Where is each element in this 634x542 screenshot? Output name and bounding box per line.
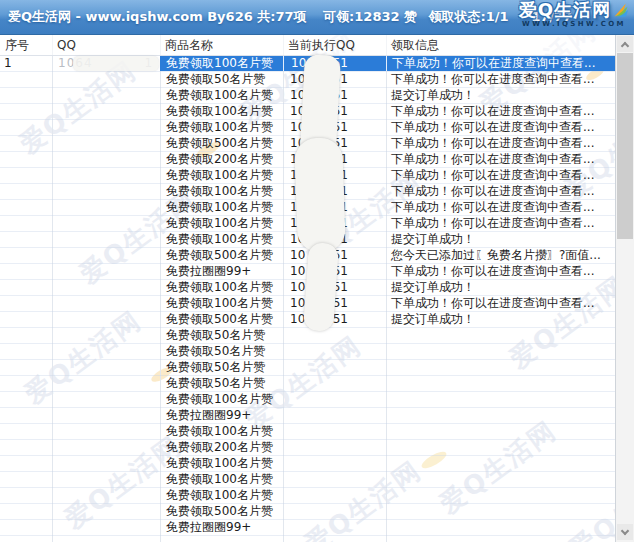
cell-product: 免费领取100名片赞: [160, 216, 283, 231]
table-header: 序号 QQ 商品名称 当前执行QQ 领取信息: [0, 35, 615, 56]
cell-product: 免费领取50名片赞: [160, 376, 283, 391]
cell-index: 1: [0, 56, 52, 71]
header-qq[interactable]: QQ: [52, 35, 160, 56]
cell-qq: [52, 88, 160, 103]
cell-claim-info: 下单成功！你可以在进度查询中查看...: [386, 136, 615, 151]
table-row[interactable]: 免费领取100名片赞: [0, 392, 615, 408]
cell-qq: [52, 520, 160, 535]
cell-claim-info: 下单成功！你可以在进度查询中查看...: [386, 184, 615, 199]
cell-claim-info: 提交订单成功！: [386, 312, 615, 327]
table-row[interactable]: 免费领取100名片赞: [0, 424, 615, 440]
cell-claim-info: [386, 520, 615, 535]
cell-exec-qq: [283, 456, 386, 471]
cell-exec-qq: [283, 440, 386, 455]
cell-qq: [52, 312, 160, 327]
cell-index: [0, 120, 52, 135]
cell-qq: [52, 376, 160, 391]
cell-qq: [52, 424, 160, 439]
feather-icon: [613, 2, 629, 18]
cell-index: [0, 312, 52, 327]
scroll-down-button[interactable]: [617, 524, 633, 540]
cell-product: 免费拉圈圈99+: [160, 520, 283, 535]
exec-qq-left: 10: [290, 264, 305, 279]
cell-qq: [52, 104, 160, 119]
cell-qq: [52, 136, 160, 151]
cell-index: [0, 376, 52, 391]
cell-qq: [52, 344, 160, 359]
cell-exec-qq: [283, 520, 386, 535]
cell-qq: [52, 456, 160, 471]
table-row[interactable]: 免费领取100名片赞: [0, 488, 615, 504]
cell-product: 免费领取100名片赞: [160, 488, 283, 503]
cell-product: 免费领取50名片赞: [160, 344, 283, 359]
cell-exec-qq: [283, 488, 386, 503]
cell-index: [0, 424, 52, 439]
cell-index: [0, 296, 52, 311]
cell-product: 免费领取100名片赞: [160, 104, 283, 119]
title-text: 爱Q生活网 - www.iqshw.com By626 共:77项 可领:128…: [0, 8, 572, 26]
exec-qq-right: 51: [333, 312, 348, 327]
cell-qq: [52, 296, 160, 311]
censor-smudge: [294, 137, 346, 253]
table-row[interactable]: 免费拉圈圈99+: [0, 408, 615, 424]
cell-product: 免费领取100名片赞: [160, 120, 283, 135]
cell-claim-info: [386, 344, 615, 359]
cell-exec-qq: [283, 408, 386, 423]
table-row[interactable]: 免费领取200名片赞: [0, 440, 615, 456]
cell-exec-qq: [283, 328, 386, 343]
table-row[interactable]: 免费领取500名片赞: [0, 504, 615, 520]
cell-qq: [52, 200, 160, 215]
cell-qq: [52, 248, 160, 263]
cell-index: [0, 184, 52, 199]
cell-product: 免费领取50名片赞: [160, 328, 283, 343]
vertical-scrollbar[interactable]: [615, 35, 634, 542]
cell-qq: [52, 488, 160, 503]
cell-index: [0, 136, 52, 151]
table-row[interactable]: 免费领取50名片赞: [0, 376, 615, 392]
header-exec-qq[interactable]: 当前执行QQ: [283, 35, 386, 56]
cell-qq: [52, 328, 160, 343]
cell-product: 免费领取100名片赞: [160, 168, 283, 183]
available-count: 可领:12832 赞: [323, 9, 417, 24]
header-product[interactable]: 商品名称: [160, 35, 283, 56]
cell-claim-info: [386, 440, 615, 455]
scroll-up-button[interactable]: [617, 36, 633, 52]
cell-index: [0, 216, 52, 231]
table-row[interactable]: 免费拉圈圈99+: [0, 520, 615, 536]
table-row[interactable]: 免费领取50名片赞: [0, 360, 615, 376]
cell-index: [0, 88, 52, 103]
cell-product: 免费领取100名片赞: [160, 472, 283, 487]
scrollbar-thumb[interactable]: [617, 53, 633, 239]
table-row[interactable]: 免费领取100名片赞: [0, 456, 615, 472]
cell-index: [0, 488, 52, 503]
cell-index: [0, 360, 52, 375]
table-row[interactable]: 免费领取50名片赞: [0, 328, 615, 344]
cell-index: [0, 440, 52, 455]
cell-claim-info: 下单成功！你可以在进度查询中查看...: [386, 72, 615, 87]
table-row[interactable]: 免费领取50名片赞: [0, 344, 615, 360]
cell-product: 免费领取100名片赞: [160, 88, 283, 103]
cell-qq: [52, 232, 160, 247]
header-index[interactable]: 序号: [0, 35, 52, 56]
cell-index: [0, 232, 52, 247]
cell-index: [0, 152, 52, 167]
cell-claim-info: [386, 328, 615, 343]
cell-claim-info: [386, 408, 615, 423]
cell-claim-info: [386, 472, 615, 487]
cell-product: 免费领取200名片赞: [160, 152, 283, 167]
cell-index: [0, 168, 52, 183]
table-row[interactable]: 免费领取100名片赞: [0, 472, 615, 488]
header-info[interactable]: 领取信息: [386, 35, 615, 56]
cell-index: [0, 520, 52, 535]
cell-qq: [52, 168, 160, 183]
cell-product: 免费领取500名片赞: [160, 136, 283, 151]
cell-exec-qq: 100 51: [283, 312, 386, 327]
cell-index: [0, 472, 52, 487]
cell-product: 免费领取100名片赞: [160, 184, 283, 199]
cell-index: [0, 200, 52, 215]
cell-claim-info: [386, 392, 615, 407]
cell-claim-info: 提交订单成功！: [386, 232, 615, 247]
cell-claim-info: 下单成功！你可以在进度查询中查看...: [386, 264, 615, 279]
cell-product: 免费领取500名片赞: [160, 248, 283, 263]
cell-index: [0, 280, 52, 295]
